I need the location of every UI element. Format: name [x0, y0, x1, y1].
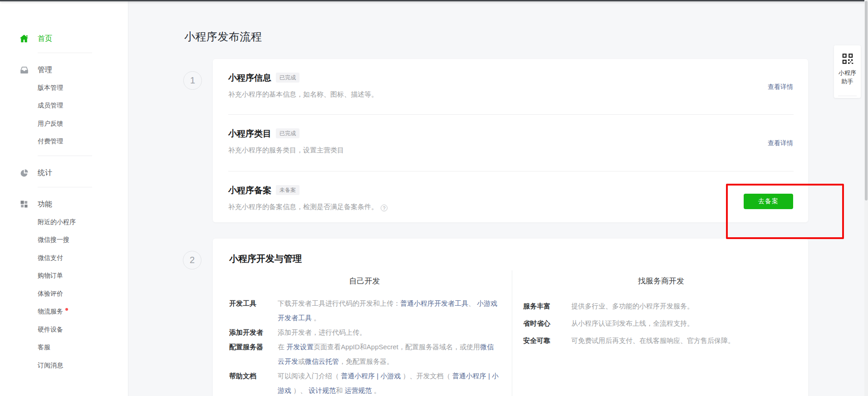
inline-link[interactable]: 微信云托管 — [305, 357, 339, 365]
status-badge: 未备案 — [276, 185, 299, 195]
assistant-label-line1: 小程序 — [834, 68, 861, 77]
inline-text: 页面查看AppID和AppSecret，配置服务器域名，或使用 — [314, 343, 480, 351]
sidebar-item-客服[interactable]: 客服 — [0, 339, 128, 357]
sidebar-item-label: 附近的小程序 — [38, 218, 76, 226]
step1-row-1: 小程序信息已完成补充小程序的基本信息，如名称、图标、描述等。查看详情 — [213, 59, 808, 115]
sidebar-item-首页[interactable]: 首页 — [0, 29, 128, 48]
develop-row-description: 在 开发设置页面查看AppID和AppSecret，配置服务器域名，或使用微信云… — [278, 340, 500, 369]
sidebar-item-label: 体验评价 — [38, 290, 63, 298]
home-icon — [19, 34, 29, 44]
inline-text: 或 — [298, 357, 305, 365]
step-row-title-line: 小程序信息已完成 — [228, 72, 793, 84]
inline-text: 添加开发者，进行代码上传。 — [278, 328, 366, 336]
step-row-title: 小程序信息 — [228, 73, 271, 83]
sidebar-item-成员管理[interactable]: 成员管理 — [0, 97, 128, 115]
sidebar-item-购物订单[interactable]: 购物订单 — [0, 267, 128, 285]
sidebar-divider — [38, 156, 92, 156]
service-provider-heading: 找服务商开发 — [523, 276, 799, 287]
inline-text: ）、 — [291, 386, 309, 394]
service-provider-column: 找服务商开发 服务丰富提供多行业、多功能的小程序开发服务。省时省心从小程序认证到… — [512, 270, 808, 396]
status-badge: 已完成 — [276, 128, 299, 138]
service-row-description: 从小程序认证到发布上线，全流程支持。 — [571, 315, 694, 332]
inline-link[interactable]: 普通小程序 — [341, 372, 375, 380]
sidebar-item-订阅消息[interactable]: 订阅消息 — [0, 357, 128, 375]
sidebar-item-用户反馈[interactable]: 用户反馈 — [0, 115, 128, 133]
sidebar-divider — [38, 187, 92, 187]
sidebar-item-label: 微信支付 — [38, 254, 63, 262]
sidebar-item-label: 微信搜一搜 — [38, 236, 69, 244]
inline-text: 。 — [312, 314, 320, 322]
develop-row: 帮助文档可以阅读入门介绍（ 普通小程序 | 小游戏 ）、开发文档（ 普通小程序 … — [229, 369, 500, 396]
step2-number: 2 — [190, 255, 195, 265]
develop-row-label: 开发工具 — [229, 296, 278, 325]
sidebar-item-label: 用户反馈 — [38, 120, 63, 128]
self-develop-rows: 开发工具下载开发者工具进行代码的开发和上传：普通小程序开发者工具、 小游戏开发者… — [229, 296, 500, 396]
new-badge-dot — [65, 308, 68, 311]
inline-link[interactable]: 普通小程序开发者工具 — [400, 299, 468, 307]
inline-link[interactable]: 运营规范 — [345, 386, 372, 394]
sidebar-item-label: 功能 — [38, 200, 52, 209]
sidebar-item-label: 购物订单 — [38, 272, 63, 280]
inline-link[interactable]: 设计规范 — [309, 386, 336, 394]
step-row-description: 补充小程序的备案信息，检测是否满足备案条件。? — [228, 202, 793, 211]
inline-link[interactable]: 开发设置 — [286, 343, 314, 351]
inline-link[interactable]: | — [486, 372, 492, 380]
sidebar-item-label: 首页 — [38, 34, 52, 44]
sidebar-divider — [38, 53, 92, 53]
qr-code-icon — [841, 53, 854, 65]
step2-columns: 自己开发 开发工具下载开发者工具进行代码的开发和上传：普通小程序开发者工具、 小… — [213, 270, 808, 396]
scrollbar-thumb[interactable] — [865, 1, 868, 200]
inline-link[interactable]: 小游戏 — [380, 372, 401, 380]
inline-text: 可以阅读入门介绍（ — [278, 372, 341, 380]
sidebar-item-硬件设备[interactable]: 硬件设备 — [0, 321, 128, 339]
self-develop-heading: 自己开发 — [229, 276, 500, 287]
step-row-title: 小程序备案 — [228, 186, 271, 195]
service-row-label: 服务丰富 — [523, 298, 571, 315]
step1-card: 小程序信息已完成补充小程序的基本信息，如名称、图标、描述等。查看详情小程序类目已… — [213, 59, 808, 222]
sidebar-item-功能[interactable]: 功能 — [0, 195, 128, 213]
inline-text: 在 — [278, 343, 286, 351]
step-row-title-line: 小程序备案未备案 — [228, 185, 793, 196]
inline-text: 下载开发者工具进行代码的开发和上传： — [278, 299, 400, 307]
sidebar-item-统计[interactable]: 统计 — [0, 164, 128, 182]
service-provider-row: 省时省心从小程序认证到发布上线，全流程支持。 — [523, 315, 799, 332]
page-scrollbar[interactable] — [864, 0, 868, 396]
develop-row-description: 下载开发者工具进行代码的开发和上传：普通小程序开发者工具、 小游戏开发者工具 。 — [278, 296, 500, 325]
develop-row: 添加开发者添加开发者，进行代码上传。 — [229, 325, 500, 340]
service-provider-rows: 服务丰富提供多行业、多功能的小程序开发服务。省时省心从小程序认证到发布上线，全流… — [523, 298, 799, 349]
sidebar-item-体验评价[interactable]: 体验评价 — [0, 285, 128, 303]
view-details-link[interactable]: 查看详情 — [768, 115, 793, 171]
step1-number: 1 — [190, 75, 195, 86]
sidebar: 首页管理版本管理成员管理用户反馈付费管理统计功能附近的小程序微信搜一搜微信支付购… — [0, 1, 128, 396]
sidebar-item-版本管理[interactable]: 版本管理 — [0, 79, 128, 97]
sidebar-item-附近的小程序[interactable]: 附近的小程序 — [0, 213, 128, 231]
sidebar-item-label: 统计 — [38, 168, 52, 178]
help-icon[interactable]: ? — [381, 205, 387, 211]
sidebar-item-微信搜一搜[interactable]: 微信搜一搜 — [0, 231, 128, 249]
go-beian-button[interactable]: 去备案 — [744, 194, 793, 209]
step-row-description: 补充小程序的服务类目，设置主营类目 — [228, 145, 793, 155]
sidebar-item-物流服务[interactable]: 物流服务 — [0, 303, 128, 321]
view-details-link[interactable]: 查看详情 — [768, 59, 793, 115]
sidebar-item-管理[interactable]: 管理 — [0, 61, 128, 79]
mini-program-assistant-widget[interactable]: 小程序 助手 — [834, 45, 861, 98]
status-badge: 已完成 — [276, 73, 299, 83]
inline-link[interactable]: 普通小程序 — [452, 372, 486, 380]
develop-row: 开发工具下载开发者工具进行代码的开发和上传：普通小程序开发者工具、 小游戏开发者… — [229, 296, 500, 325]
sidebar-nav: 首页管理版本管理成员管理用户反馈付费管理统计功能附近的小程序微信搜一搜微信支付购… — [0, 29, 128, 375]
service-provider-row: 安全可靠可免费试用后再支付、在线客服响应、官方售后保障。 — [523, 332, 799, 349]
sidebar-item-label: 硬件设备 — [38, 326, 63, 334]
sidebar-item-label: 客服 — [38, 343, 50, 352]
develop-row-label: 配置服务器 — [229, 340, 278, 369]
assistant-label-line2: 助手 — [834, 77, 861, 86]
sidebar-item-微信支付[interactable]: 微信支付 — [0, 249, 128, 267]
step1-number-circle: 1 — [183, 71, 202, 90]
develop-row-label: 添加开发者 — [229, 325, 278, 340]
inline-link[interactable]: | — [375, 372, 380, 380]
sidebar-item-付费管理[interactable]: 付费管理 — [0, 133, 128, 151]
step2-card: 小程序开发与管理 自己开发 开发工具下载开发者工具进行代码的开发和上传：普通小程… — [213, 239, 808, 396]
service-row-label: 安全可靠 — [523, 332, 571, 349]
pie-chart-icon — [19, 168, 29, 178]
service-row-description: 可免费试用后再支付、在线客服响应、官方售后保障。 — [571, 332, 735, 349]
step-row-title-line: 小程序类目已完成 — [228, 128, 793, 140]
